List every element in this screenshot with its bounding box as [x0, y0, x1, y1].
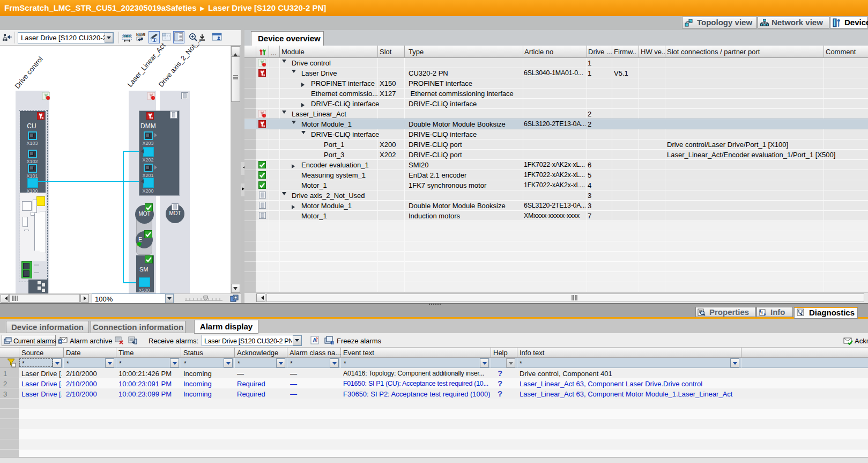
- svg-text:NAME: NAME: [136, 33, 145, 36]
